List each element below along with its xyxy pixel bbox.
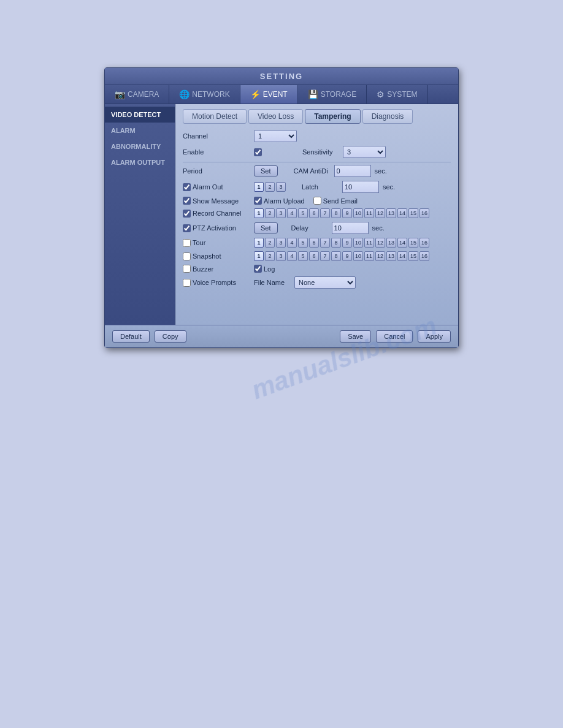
tour-ch15[interactable]: 15 bbox=[408, 238, 418, 248]
ptz-checkbox[interactable] bbox=[183, 224, 191, 232]
rec-ch4[interactable]: 4 bbox=[287, 208, 297, 218]
snap-ch8[interactable]: 8 bbox=[331, 251, 341, 261]
snap-ch5[interactable]: 5 bbox=[298, 251, 308, 261]
delay-input[interactable] bbox=[332, 222, 369, 234]
rec-ch12[interactable]: 12 bbox=[375, 208, 385, 218]
voice-file-row: Voice Prompts File Name None bbox=[183, 276, 451, 289]
tour-ch16[interactable]: 16 bbox=[419, 238, 429, 248]
alarm-out-ch3[interactable]: 3 bbox=[276, 182, 286, 192]
nav-tab-system[interactable]: ⚙ SYSTEM bbox=[367, 85, 427, 104]
log-wrap: Log bbox=[254, 265, 275, 273]
rec-ch14[interactable]: 14 bbox=[397, 208, 407, 218]
tour-ch8[interactable]: 8 bbox=[331, 238, 341, 248]
snap-ch14[interactable]: 14 bbox=[397, 251, 407, 261]
rec-ch8[interactable]: 8 bbox=[331, 208, 341, 218]
snap-ch12[interactable]: 12 bbox=[375, 251, 385, 261]
cancel-button[interactable]: Cancel bbox=[376, 330, 413, 343]
rec-ch2[interactable]: 2 bbox=[265, 208, 275, 218]
sub-tab-tampering[interactable]: Tampering bbox=[305, 109, 360, 124]
rec-ch13[interactable]: 13 bbox=[386, 208, 396, 218]
cam-antidi-input[interactable] bbox=[334, 165, 371, 177]
snap-ch3[interactable]: 3 bbox=[276, 251, 286, 261]
tour-ch2[interactable]: 2 bbox=[265, 238, 275, 248]
snap-ch10[interactable]: 10 bbox=[353, 251, 363, 261]
tour-ch9[interactable]: 9 bbox=[342, 238, 352, 248]
sub-tab-video-loss[interactable]: Video Loss bbox=[248, 109, 303, 124]
rec-ch10[interactable]: 10 bbox=[353, 208, 363, 218]
snap-ch16[interactable]: 16 bbox=[419, 251, 429, 261]
nav-tab-camera[interactable]: 📷 CAMERA bbox=[105, 85, 169, 104]
channel-label: Channel bbox=[183, 132, 250, 140]
rec-ch15[interactable]: 15 bbox=[408, 208, 418, 218]
file-name-select[interactable]: None bbox=[294, 276, 356, 289]
copy-button[interactable]: Copy bbox=[155, 330, 186, 343]
snap-ch15[interactable]: 15 bbox=[408, 251, 418, 261]
tour-ch14[interactable]: 14 bbox=[397, 238, 407, 248]
rec-ch11[interactable]: 11 bbox=[364, 208, 374, 218]
camera-icon: 📷 bbox=[115, 89, 125, 99]
footer-left: Default Copy bbox=[112, 330, 186, 343]
tour-ch11[interactable]: 11 bbox=[364, 238, 374, 248]
alarm-out-ch1[interactable]: 1 bbox=[254, 182, 264, 192]
send-email-checkbox[interactable] bbox=[313, 197, 321, 205]
sidebar-item-alarm[interactable]: ALARM bbox=[105, 123, 175, 138]
log-checkbox[interactable] bbox=[254, 265, 262, 273]
snap-ch4[interactable]: 4 bbox=[287, 251, 297, 261]
snapshot-channels: 1 2 3 4 5 6 7 8 9 10 11 12 13 14 15 16 bbox=[254, 251, 429, 261]
voice-prompts-checkbox[interactable] bbox=[183, 279, 191, 287]
buzzer-checkbox[interactable] bbox=[183, 265, 191, 273]
alarm-upload-wrap: Alarm Upload bbox=[254, 197, 305, 205]
tour-ch10[interactable]: 10 bbox=[353, 238, 363, 248]
rec-ch6[interactable]: 6 bbox=[309, 208, 319, 218]
rec-ch7[interactable]: 7 bbox=[320, 208, 330, 218]
tour-ch6[interactable]: 6 bbox=[309, 238, 319, 248]
tour-ch5[interactable]: 5 bbox=[298, 238, 308, 248]
rec-ch16[interactable]: 16 bbox=[419, 208, 429, 218]
rec-ch1[interactable]: 1 bbox=[254, 208, 264, 218]
record-channel-checkbox[interactable] bbox=[183, 210, 191, 218]
tour-ch7[interactable]: 7 bbox=[320, 238, 330, 248]
sidebar-item-abnormality[interactable]: ABNORMALITY bbox=[105, 138, 175, 154]
snap-ch13[interactable]: 13 bbox=[386, 251, 396, 261]
nav-tab-network[interactable]: 🌐 NETWORK bbox=[169, 85, 240, 104]
nav-tab-network-label: NETWORK bbox=[192, 90, 229, 99]
tour-ch3[interactable]: 3 bbox=[276, 238, 286, 248]
alarm-out-checkbox[interactable] bbox=[183, 183, 191, 191]
rec-ch5[interactable]: 5 bbox=[298, 208, 308, 218]
snap-ch2[interactable]: 2 bbox=[265, 251, 275, 261]
snapshot-wrap: Snapshot bbox=[183, 252, 250, 260]
sub-tab-motion-detect[interactable]: Motion Detect bbox=[183, 109, 247, 124]
tour-ch1[interactable]: 1 bbox=[254, 238, 264, 248]
alarm-upload-checkbox[interactable] bbox=[254, 197, 262, 205]
sub-tab-diagnosis[interactable]: Diagnosis bbox=[362, 109, 413, 124]
default-button[interactable]: Default bbox=[112, 330, 150, 343]
tour-ch13[interactable]: 13 bbox=[386, 238, 396, 248]
channel-select[interactable]: 1 2 bbox=[254, 130, 297, 142]
rec-ch9[interactable]: 9 bbox=[342, 208, 352, 218]
snap-ch1[interactable]: 1 bbox=[254, 251, 264, 261]
sidebar-item-alarm-output[interactable]: ALARM OUTPUT bbox=[105, 154, 175, 170]
save-button[interactable]: Save bbox=[340, 330, 371, 343]
snapshot-checkbox[interactable] bbox=[183, 252, 191, 260]
ptz-set-button[interactable]: Set bbox=[254, 222, 278, 233]
sidebar-item-video-detect[interactable]: VIDEO DETECT bbox=[105, 107, 175, 123]
apply-button[interactable]: Apply bbox=[418, 330, 451, 343]
nav-tab-event-label: EVENT bbox=[263, 90, 288, 99]
latch-input[interactable] bbox=[342, 181, 379, 193]
tour-checkbox[interactable] bbox=[183, 239, 191, 247]
snap-ch9[interactable]: 9 bbox=[342, 251, 352, 261]
nav-tab-storage[interactable]: 💾 STORAGE bbox=[298, 85, 367, 104]
alarm-out-ch2[interactable]: 2 bbox=[265, 182, 275, 192]
snap-ch6[interactable]: 6 bbox=[309, 251, 319, 261]
snap-ch7[interactable]: 7 bbox=[320, 251, 330, 261]
tour-ch12[interactable]: 12 bbox=[375, 238, 385, 248]
period-set-button[interactable]: Set bbox=[254, 165, 278, 176]
tour-ch4[interactable]: 4 bbox=[287, 238, 297, 248]
storage-icon: 💾 bbox=[308, 89, 318, 99]
show-message-checkbox[interactable] bbox=[183, 197, 191, 205]
enable-checkbox[interactable] bbox=[254, 148, 262, 156]
snap-ch11[interactable]: 11 bbox=[364, 251, 374, 261]
nav-tab-event[interactable]: ⚡ EVENT bbox=[240, 85, 298, 104]
rec-ch3[interactable]: 3 bbox=[276, 208, 286, 218]
sensitivity-select[interactable]: 3 1 2 4 5 bbox=[343, 146, 386, 158]
